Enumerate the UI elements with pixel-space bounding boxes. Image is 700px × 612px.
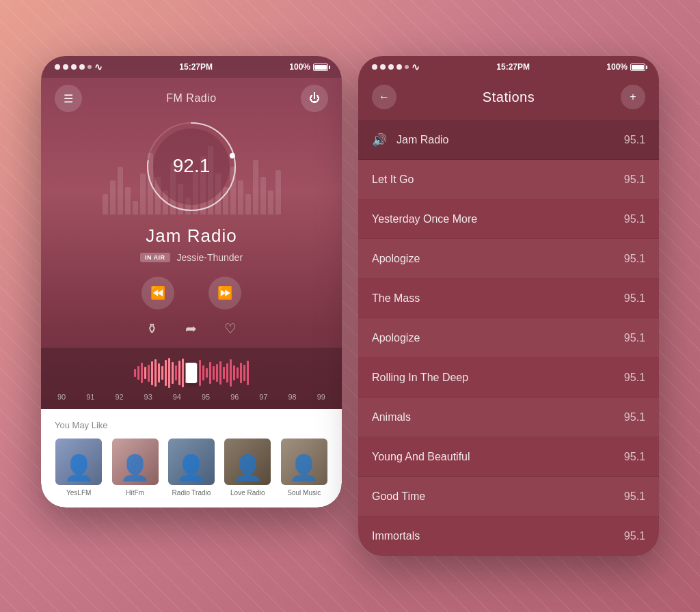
station-row-name: Good Time	[372, 490, 624, 503]
rewind-button[interactable]: ⏪	[142, 277, 174, 309]
station-row-freq: 95.1	[624, 530, 645, 542]
heart-icon[interactable]: ♡	[224, 320, 237, 337]
station-thumb-4: 👤	[224, 439, 271, 485]
freq-bar	[137, 366, 139, 380]
list-item[interactable]: 👤 YesLFM	[55, 439, 102, 497]
status-bar-right: ∿ 15:27PM 100%	[358, 56, 659, 78]
signal-dot-5	[88, 65, 92, 69]
freq-bar	[141, 363, 143, 383]
person-silhouette: 👤	[112, 439, 159, 485]
rewind-icon: ⏪	[150, 286, 165, 301]
freq-bar	[247, 361, 249, 385]
list-item[interactable]: Good Time 95.1	[358, 477, 659, 516]
station-row-freq: 95.1	[624, 173, 645, 186]
freq-label: 97	[259, 393, 267, 401]
list-item[interactable]: Rolling In The Deep 95.1	[358, 358, 659, 398]
controls-row: ⏪ ⏩	[41, 268, 342, 318]
list-item[interactable]: Yesterday Once More 95.1	[358, 199, 659, 239]
back-button[interactable]: ←	[372, 85, 396, 109]
freq-bar	[158, 363, 160, 382]
list-item[interactable]: Young And Beautiful 95.1	[358, 437, 659, 477]
forward-button[interactable]: ⏩	[208, 277, 241, 309]
list-item[interactable]: 🔊 Jam Radio 95.1	[358, 120, 659, 160]
freq-label: 90	[57, 393, 66, 401]
freq-bar	[144, 367, 146, 379]
signal-dot-3	[71, 64, 77, 70]
station-row-freq: 95.1	[624, 292, 645, 305]
station-row-name: Yesterday Once More	[372, 213, 624, 225]
station-row-name: Rolling In The Deep	[372, 372, 624, 384]
eq-bar	[125, 187, 131, 214]
visualizer-area: 92.1	[41, 119, 342, 214]
freq-label: 96	[230, 393, 239, 401]
signal-dot	[405, 65, 409, 69]
freq-waveform[interactable]	[41, 356, 342, 390]
list-item[interactable]: Animals 95.1	[358, 398, 659, 437]
person-silhouette: 👤	[168, 439, 215, 485]
freq-bar	[223, 367, 225, 379]
station-thumb-label-3: Radio Tradio	[172, 489, 211, 497]
list-item[interactable]: 👤 Love Radio	[224, 439, 271, 497]
freq-bar	[182, 359, 184, 387]
station-row-freq: 95.1	[624, 213, 645, 225]
freq-bar	[216, 364, 218, 382]
back-icon: ←	[379, 91, 390, 103]
list-item[interactable]: Apologize 95.1	[358, 239, 659, 279]
freq-labels: 90 91 92 93 94 95 96 97 98 99	[41, 390, 342, 404]
freq-bar	[168, 358, 170, 388]
eq-bar	[245, 194, 251, 214]
battery-fill-right	[632, 65, 644, 70]
eq-bar	[110, 180, 116, 214]
station-thumb-3: 👤	[168, 439, 215, 485]
freq-label: 99	[317, 393, 325, 401]
status-left: ∿	[55, 61, 103, 72]
freq-label: 92	[115, 393, 123, 401]
headphones-icon[interactable]: ⚱	[146, 320, 158, 337]
freq-bar	[199, 360, 201, 386]
stations-header: ← Stations +	[358, 78, 659, 120]
station-row-freq: 95.1	[624, 490, 645, 503]
add-station-button[interactable]: +	[621, 85, 645, 109]
svg-text:92.1: 92.1	[173, 155, 211, 176]
dial-svg: 92.1	[144, 119, 239, 214]
battery-icon-right	[630, 64, 645, 71]
station-thumb-label-2: HitFm	[126, 489, 144, 497]
frequency-area: 90 91 92 93 94 95 96 97 98 99	[41, 348, 342, 409]
freq-bar	[213, 366, 215, 380]
phone-right: ∿ 15:27PM 100% ← Stations + 🔊	[358, 56, 659, 556]
you-may-like-list: 👤 YesLFM 👤 HitFm 👤 Radio Tradio	[55, 439, 328, 497]
stations-title: Stations	[483, 89, 535, 105]
station-thumb-1: 👤	[55, 439, 102, 485]
freq-bar	[154, 359, 157, 387]
eq-bar	[275, 170, 281, 214]
radio-header: ☰ FM Radio ⏻	[41, 78, 342, 119]
list-item[interactable]: The Mass 95.1	[358, 279, 659, 318]
list-item[interactable]: 👤 Radio Tradio	[168, 439, 215, 497]
battery-icon-left	[313, 64, 328, 71]
station-meta: IN AIR Jessie-Thunder	[55, 252, 328, 263]
battery-fill-left	[314, 65, 327, 70]
menu-button[interactable]: ☰	[55, 85, 82, 112]
station-list: 🔊 Jam Radio 95.1 Let It Go 95.1 Yesterda…	[358, 120, 659, 556]
list-item[interactable]: Apologize 95.1	[358, 318, 659, 358]
freq-bar	[240, 363, 242, 383]
wifi-icon: ∿	[94, 61, 103, 72]
frequency-dial[interactable]: 92.1	[144, 119, 239, 214]
forward-icon: ⏩	[217, 286, 232, 301]
add-icon: +	[630, 91, 636, 103]
list-item[interactable]: Immortals 95.1	[358, 516, 659, 556]
station-row-name: Jam Radio	[396, 134, 624, 146]
list-item[interactable]: Let It Go 95.1	[358, 160, 659, 199]
freq-bar	[175, 365, 177, 380]
status-time-left: 15:27PM	[179, 62, 213, 72]
freq-label: 91	[86, 393, 94, 401]
share-icon[interactable]: ➦	[185, 320, 197, 337]
signal-dot	[396, 64, 402, 70]
list-item[interactable]: 👤 HitFm	[112, 439, 159, 497]
station-thumb-2: 👤	[112, 439, 159, 485]
freq-bar	[148, 365, 150, 382]
list-item[interactable]: 👤 Soul Music	[281, 439, 327, 497]
power-button[interactable]: ⏻	[301, 85, 328, 112]
signal-dot	[372, 64, 377, 70]
freq-slider-thumb[interactable]	[186, 363, 197, 383]
